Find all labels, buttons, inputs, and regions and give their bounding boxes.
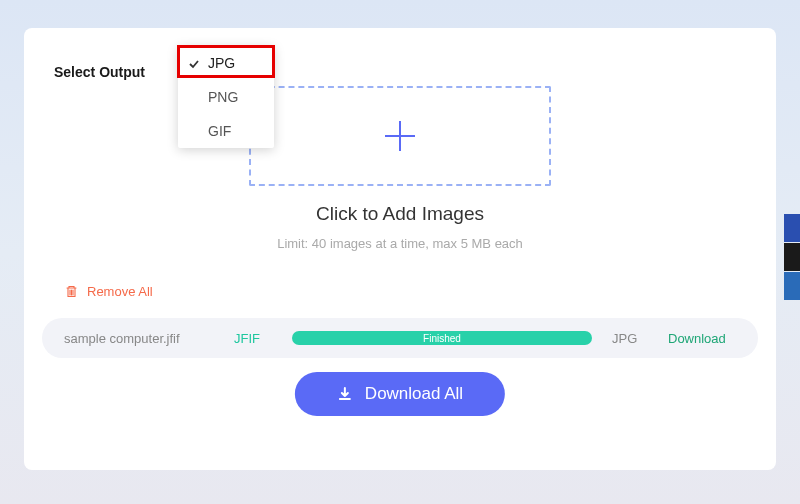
- limit-label: Limit: 40 images at a time, max 5 MB eac…: [24, 236, 776, 251]
- download-all-label: Download All: [365, 384, 463, 404]
- download-all-button[interactable]: Download All: [295, 372, 505, 416]
- share-facebook-button[interactable]: [784, 214, 800, 242]
- file-row: sample computer.jfif JFIF Finished JPG D…: [42, 318, 758, 358]
- format-option-gif[interactable]: GIF: [178, 114, 274, 148]
- format-option-jpg[interactable]: JPG: [178, 46, 274, 80]
- plus-icon: [379, 115, 421, 157]
- remove-all-button[interactable]: Remove All: [64, 284, 153, 299]
- add-images-dropzone[interactable]: [249, 86, 551, 186]
- format-dropdown: JPG PNG GIF: [178, 46, 274, 148]
- file-name: sample computer.jfif: [64, 331, 214, 346]
- format-option-png[interactable]: PNG: [178, 80, 274, 114]
- remove-all-label: Remove All: [87, 284, 153, 299]
- format-label: GIF: [208, 123, 231, 139]
- share-x-button[interactable]: [784, 243, 800, 271]
- converter-panel: Select Output JPG PNG GIF Click to Add I…: [24, 28, 776, 470]
- add-images-title: Click to Add Images: [24, 203, 776, 225]
- file-target-format: JPG: [612, 331, 648, 346]
- download-button[interactable]: Download: [668, 331, 736, 346]
- download-icon: [337, 386, 353, 402]
- progress-status: Finished: [423, 333, 461, 344]
- check-icon: [188, 57, 200, 69]
- share-linkedin-button[interactable]: [784, 272, 800, 300]
- select-output-label: Select Output: [54, 64, 145, 80]
- progress-bar: Finished: [292, 331, 592, 345]
- format-label: PNG: [208, 89, 238, 105]
- file-source-format: JFIF: [234, 331, 272, 346]
- social-share-rail: [784, 214, 800, 301]
- format-label: JPG: [208, 55, 235, 71]
- trash-icon: [64, 284, 79, 299]
